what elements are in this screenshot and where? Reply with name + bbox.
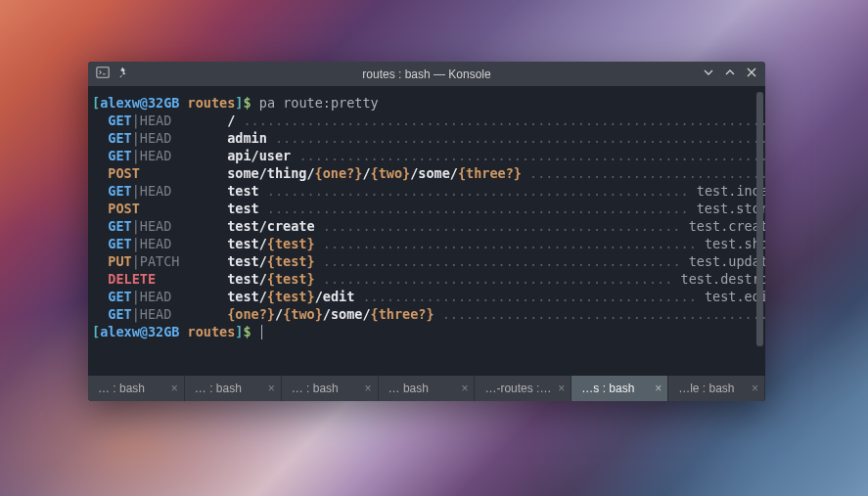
route-row: DELETE test/{test} .....................… — [92, 270, 759, 288]
route-row: GET|HEAD test/{test} ...................… — [92, 235, 759, 252]
konsole-window: routes : bash — Konsole [alexw@32GB rout… — [88, 62, 765, 401]
route-row: PUT|PATCH test/{test} ..................… — [92, 252, 759, 270]
tab-2[interactable]: … : bash× — [282, 376, 379, 401]
tab-label: … bash — [388, 382, 429, 395]
tab-0[interactable]: … : bash× — [88, 376, 185, 401]
svg-rect-0 — [97, 68, 109, 78]
route-row: POST some/thing/{one?}/{two}/some/{three… — [92, 164, 759, 182]
tab-6[interactable]: …le : bash× — [668, 376, 765, 401]
tab-label: …-routes : bash — [484, 382, 554, 395]
tab-close-icon[interactable]: × — [268, 382, 275, 395]
tab-label: … : bash — [292, 382, 339, 395]
titlebar[interactable]: routes : bash — Konsole — [88, 62, 765, 86]
tab-3[interactable]: … bash× — [379, 376, 476, 401]
window-title: routes : bash — Konsole — [88, 68, 765, 81]
tab-label: …s : bash — [581, 382, 634, 395]
tab-label: … : bash — [98, 382, 145, 395]
tab-close-icon[interactable]: × — [365, 382, 372, 395]
terminal-viewport[interactable]: [alexw@32GB routes]$ pa route:pretty GET… — [88, 86, 765, 376]
tab-bar: … : bash×… : bash×… : bash×… bash×…-rout… — [88, 376, 765, 401]
terminal-icon — [96, 66, 110, 82]
tab-close-icon[interactable]: × — [171, 382, 178, 395]
tab-5[interactable]: …s : bash× — [571, 376, 668, 401]
tab-close-icon[interactable]: × — [655, 382, 662, 395]
tab-4[interactable]: …-routes : bash× — [475, 376, 571, 401]
tab-label: …le : bash — [678, 382, 734, 395]
tab-label: … : bash — [195, 382, 242, 395]
route-row: GET|HEAD test/{test}/edit ..............… — [92, 288, 759, 305]
prompt-line-command: [alexw@32GB routes]$ pa route:pretty — [92, 94, 759, 112]
tab-close-icon[interactable]: × — [461, 382, 468, 395]
minimize-button[interactable] — [703, 67, 714, 81]
route-row: GET|HEAD / .............................… — [92, 112, 759, 129]
prompt-line-idle: [alexw@32GB routes]$ — [92, 323, 759, 340]
route-row: GET|HEAD test ..........................… — [92, 182, 759, 200]
route-row: GET|HEAD admin .........................… — [92, 129, 759, 147]
close-button[interactable] — [746, 67, 757, 81]
route-row: GET|HEAD api/user ......................… — [92, 147, 759, 164]
scrollbar[interactable] — [756, 92, 763, 346]
pin-icon[interactable] — [115, 66, 129, 82]
route-row: GET|HEAD {one?}/{two}/some/{three?} ....… — [92, 305, 759, 323]
route-row: POST test ..............................… — [92, 200, 759, 217]
tab-1[interactable]: … : bash× — [185, 376, 282, 401]
route-row: GET|HEAD test/create ...................… — [92, 217, 759, 235]
tab-close-icon[interactable]: × — [752, 382, 758, 395]
maximize-button[interactable] — [724, 67, 736, 81]
tab-close-icon[interactable]: × — [558, 382, 565, 395]
